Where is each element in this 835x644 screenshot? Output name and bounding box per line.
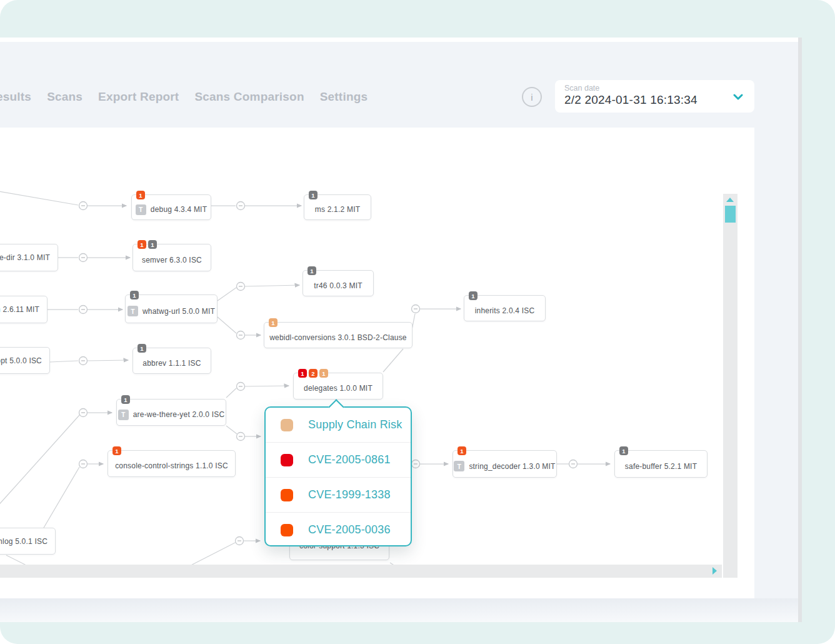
edge-collapse-toggle[interactable] xyxy=(569,460,578,468)
edge-collapse-toggle[interactable] xyxy=(412,460,420,468)
edge-collapse-toggle[interactable] xyxy=(237,383,245,391)
graph-edge xyxy=(218,317,236,333)
nav-item-scans-comparison[interactable]: Scans Comparison xyxy=(194,90,304,104)
graph-edge xyxy=(226,426,237,434)
severity-badge: 1 xyxy=(458,446,466,455)
node-label: e-dir 3.1.0 MIT xyxy=(0,253,50,262)
popup-item-label: Supply Chain Risk xyxy=(308,418,402,431)
severity-badge: 1 xyxy=(148,240,157,249)
graph-node-delegates[interactable]: 121delegates 1.0.0 MIT xyxy=(293,373,383,400)
graph-node-safe-buffer[interactable]: 1safe-buffer 5.2.1 MIT xyxy=(614,450,708,478)
graph-edge xyxy=(50,361,78,362)
graph-node-whatwg-url[interactable]: 1Twhatwg-url 5.0.0 MIT xyxy=(125,294,218,323)
popup-item-cve-1999-1338[interactable]: CVE-1999-1338 xyxy=(266,477,411,512)
transitive-icon: T xyxy=(118,410,129,420)
graph-node-console-control-strings[interactable]: 1console-control-strings 1.1.0 ISC xyxy=(108,450,236,477)
severity-badge: 1 xyxy=(138,240,146,249)
popup-item-cve-2005-0036[interactable]: CVE-2005-0036 xyxy=(266,512,411,547)
popup-item-cve-2005-0861[interactable]: CVE-2005-0861 xyxy=(266,442,411,477)
edge-collapse-toggle[interactable] xyxy=(412,305,420,313)
transitive-icon: T xyxy=(136,204,146,215)
graph-node-inherits[interactable]: 1inherits 2.0.4 ISC xyxy=(464,295,546,321)
node-label: delegates 1.0.0 MIT xyxy=(304,384,372,393)
graph-edge xyxy=(383,349,403,372)
popup-item-label: CVE-2005-0036 xyxy=(308,523,391,536)
graph-node-abbrev[interactable]: 1abbrev 1.1.1 ISC xyxy=(132,348,211,374)
page-background: esultsScansExport ReportScans Comparison… xyxy=(0,0,835,644)
popup-item-label: CVE-1999-1338 xyxy=(308,488,391,501)
severity-badges: 1 xyxy=(112,446,121,455)
node-label: are-we-there-yet 2.0.0 ISC xyxy=(133,410,225,419)
nav-item-settings[interactable]: Settings xyxy=(320,90,368,104)
vertical-scrollbar-thumb[interactable] xyxy=(725,206,736,223)
info-icon[interactable]: i xyxy=(522,87,542,107)
nav-item-scans[interactable]: Scans xyxy=(47,90,82,104)
top-nav: esultsScansExport ReportScans Comparison… xyxy=(0,88,368,106)
severity-badge: 1 xyxy=(112,446,121,455)
graph-node-fetch[interactable]: fetch 2.6.11 MIT xyxy=(0,296,48,323)
node-label: fetch 2.6.11 MIT xyxy=(0,305,39,314)
dependency-graph-canvas[interactable]: 1Tdebug 4.3.4 MIT1ms 2.1.2 MITe-dir 3.1.… xyxy=(0,128,754,603)
graph-node-ms[interactable]: 1ms 2.1.2 MIT xyxy=(304,194,371,220)
horizontal-scrollbar[interactable] xyxy=(0,565,722,578)
severity-badges: 1 xyxy=(469,291,478,300)
severity-badges: 1 xyxy=(136,191,145,199)
graph-node-are-we-there-yet[interactable]: 1Tare-we-there-yet 2.0.0 ISC xyxy=(116,399,226,426)
severity-badge: 1 xyxy=(308,266,316,275)
edge-collapse-toggle[interactable] xyxy=(79,460,88,468)
chevron-down-icon[interactable] xyxy=(733,94,743,100)
scan-date-value: 2/2 2024-01-31 16:13:34 xyxy=(564,93,698,107)
severity-badges: 1 xyxy=(269,318,278,327)
graph-edge xyxy=(245,285,299,286)
severity-badges: 1 xyxy=(458,446,466,455)
severity-badges: 1 xyxy=(619,446,628,455)
edge-collapse-toggle[interactable] xyxy=(79,306,88,314)
app-header-panel: esultsScansExport ReportScans Comparison… xyxy=(0,42,798,622)
vulnerability-popup: Supply Chain RiskCVE-2005-0861CVE-1999-1… xyxy=(264,406,412,546)
edge-collapse-toggle[interactable] xyxy=(79,357,88,365)
popup-items: Supply Chain RiskCVE-2005-0861CVE-1999-1… xyxy=(266,408,411,547)
graph-node-tr46[interactable]: 1tr46 0.0.3 MIT xyxy=(302,270,374,296)
scan-date-dropdown[interactable]: Scan date 2/2 2024-01-31 16:13:34 xyxy=(555,80,754,113)
scroll-up-icon[interactable] xyxy=(726,198,734,202)
graph-node-debug[interactable]: 1Tdebug 4.3.4 MIT xyxy=(131,194,211,220)
graph-node-semver[interactable]: 11semver 6.3.0 ISC xyxy=(132,244,211,271)
severity-swatch-icon xyxy=(281,419,293,431)
scroll-right-icon[interactable] xyxy=(712,567,717,575)
node-label: debug 4.3.4 MIT xyxy=(151,205,207,214)
edge-collapse-toggle[interactable] xyxy=(79,409,88,417)
nav-item-export-report[interactable]: Export Report xyxy=(98,90,179,104)
severity-badge: 1 xyxy=(309,191,318,199)
severity-badges: 1 xyxy=(138,344,146,353)
severity-badges: 1 xyxy=(121,395,130,404)
severity-badges: 1 xyxy=(130,291,139,299)
graph-node-make-dir[interactable]: e-dir 3.1.0 MIT xyxy=(0,244,58,271)
nav-item-results[interactable]: esults xyxy=(0,90,31,104)
severity-swatch-icon xyxy=(281,524,293,536)
severity-badges: 1 xyxy=(308,266,316,275)
node-label: string_decoder 1.3.0 MIT xyxy=(469,462,555,471)
vertical-scrollbar[interactable] xyxy=(723,194,738,578)
node-label: whatwg-url 5.0.0 MIT xyxy=(142,307,215,316)
node-label: semver 6.3.0 ISC xyxy=(142,256,202,264)
node-label: tr46 0.0.3 MIT xyxy=(314,281,362,290)
graph-node-nopt[interactable]: opt 5.0.0 ISC xyxy=(0,347,50,374)
edge-collapse-toggle[interactable] xyxy=(237,283,245,291)
edge-collapse-toggle[interactable] xyxy=(236,537,244,545)
graph-node-webidl-conversions[interactable]: 1webidl-conversions 3.0.1 BSD-2-Clause xyxy=(264,322,412,348)
edge-collapse-toggle[interactable] xyxy=(79,254,88,262)
graph-node-npmlog[interactable]: mlog 5.0.1 ISC xyxy=(0,528,56,555)
severity-badges: 11 xyxy=(138,240,157,249)
severity-badges: 121 xyxy=(298,369,328,378)
severity-badge: 1 xyxy=(269,318,278,327)
graph-node-string_decoder[interactable]: 1Tstring_decoder 1.3.0 MIT xyxy=(452,450,557,478)
severity-badge: 1 xyxy=(138,344,146,353)
graph-edge xyxy=(88,360,128,361)
severity-badge: 1 xyxy=(319,369,328,378)
edge-collapse-toggle[interactable] xyxy=(79,202,88,210)
severity-badge: 1 xyxy=(619,446,628,455)
graph-edge xyxy=(226,388,236,398)
edge-collapse-toggle[interactable] xyxy=(237,331,245,340)
edge-collapse-toggle[interactable] xyxy=(237,433,245,441)
edge-collapse-toggle[interactable] xyxy=(237,202,245,210)
